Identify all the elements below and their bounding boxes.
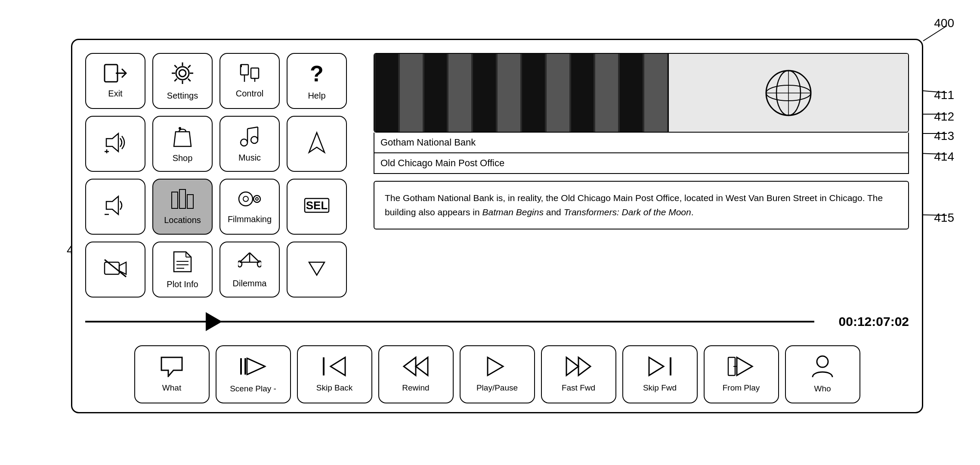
figure-label-414: 414 <box>934 150 954 164</box>
fast-fwd-icon <box>565 356 592 381</box>
svg-line-40 <box>240 253 250 262</box>
svg-rect-6 <box>251 68 259 78</box>
figure-label-412: 412 <box>934 110 954 124</box>
navigate-button[interactable] <box>287 116 347 172</box>
svg-point-15 <box>251 136 258 143</box>
settings-icon <box>171 62 194 88</box>
rewind-label: Rewind <box>402 383 429 393</box>
dilemma-label: Dilemma <box>233 278 267 288</box>
svg-marker-19 <box>309 133 325 152</box>
fast-fwd-label: Fast Fwd <box>562 383 595 393</box>
timeline-timestamp: 00:12:07:02 <box>823 314 909 329</box>
fiction-location-name: Gotham National Bank <box>374 133 909 153</box>
play-from-label: From Play <box>723 383 760 393</box>
skip-fwd-icon <box>647 356 672 381</box>
play-from-icon <box>727 356 755 381</box>
svg-marker-58 <box>331 357 345 375</box>
control-button[interactable]: Control <box>219 53 280 109</box>
svg-text:?: ? <box>310 62 324 85</box>
timeline-playhead <box>85 312 222 331</box>
who-button[interactable]: Who <box>785 345 860 403</box>
location-description: The Gotham National Bank is, in reality,… <box>374 181 909 229</box>
svg-marker-59 <box>404 357 416 375</box>
help-icon: ? <box>307 62 326 88</box>
svg-point-14 <box>241 139 247 146</box>
filmmaking-button[interactable]: Filmmaking <box>219 179 280 235</box>
globe-image <box>668 54 908 132</box>
svg-marker-67 <box>737 357 752 375</box>
svg-point-25 <box>239 192 253 206</box>
down-arrow-icon <box>307 259 326 281</box>
svg-marker-61 <box>488 357 503 375</box>
exit-icon <box>104 64 127 86</box>
svg-point-2 <box>179 70 186 77</box>
shop-button[interactable]: Shop <box>152 116 213 172</box>
shop-label: Shop <box>173 153 193 163</box>
what-button[interactable]: What <box>134 345 210 403</box>
control-label: Control <box>236 88 263 99</box>
svg-text:SEL: SEL <box>306 199 328 212</box>
svg-marker-10 <box>106 133 118 152</box>
fast-fwd-button[interactable]: Fast Fwd <box>541 345 616 403</box>
skip-fwd-button[interactable]: Skip Fwd <box>622 345 698 403</box>
dilemma-button[interactable]: Dilemma <box>219 242 280 298</box>
timeline-progress-line <box>85 321 206 322</box>
svg-point-69 <box>817 356 828 367</box>
sound-up-button[interactable] <box>85 116 145 172</box>
play-pause-button[interactable]: Play/Pause <box>460 345 535 403</box>
shop-icon <box>172 125 193 150</box>
down-arrow-button[interactable] <box>287 242 347 298</box>
navigate-icon <box>307 131 326 157</box>
help-button[interactable]: ? Help <box>287 53 347 109</box>
location-image <box>374 53 909 133</box>
sel-button[interactable]: SEL <box>287 179 347 235</box>
plot-info-button[interactable]: Plot Info <box>152 242 213 298</box>
sound-down-button[interactable] <box>85 179 145 235</box>
controls-bar: What Scene Play - Skip Ba <box>85 345 909 403</box>
who-label: Who <box>814 384 831 394</box>
plot-info-icon <box>172 250 193 276</box>
figure-label-413: 413 <box>934 129 954 143</box>
svg-rect-24 <box>187 195 193 208</box>
skip-back-button[interactable]: Skip Back <box>297 345 372 403</box>
locations-label: Locations <box>164 215 201 225</box>
who-icon <box>812 355 833 381</box>
svg-point-13 <box>179 127 181 130</box>
svg-marker-20 <box>106 196 118 214</box>
music-button[interactable]: Music <box>219 116 280 172</box>
no-video-button[interactable] <box>85 242 145 298</box>
no-video-icon <box>104 259 127 281</box>
exit-button[interactable]: Exit <box>85 53 145 109</box>
what-label: What <box>162 383 181 393</box>
timeline-area: 00:12:07:02 <box>85 311 909 332</box>
settings-button[interactable]: Settings <box>152 53 213 109</box>
figure-label-415: 415 <box>934 211 954 225</box>
filmmaking-icon <box>238 189 261 211</box>
svg-marker-56 <box>247 358 265 375</box>
svg-marker-63 <box>578 357 590 375</box>
svg-marker-65 <box>649 357 664 375</box>
figure-label-411: 411 <box>934 88 954 102</box>
main-ui-container: Exit Settings <box>71 39 923 413</box>
music-label: Music <box>238 152 261 163</box>
skip-fwd-label: Skip Fwd <box>643 383 677 393</box>
rewind-button[interactable]: Rewind <box>378 345 454 403</box>
timeline-track[interactable] <box>85 321 814 322</box>
description-text: The Gotham National Bank is, in reality,… <box>385 193 883 217</box>
svg-point-28 <box>256 198 258 200</box>
play-scene-button[interactable]: Scene Play - <box>216 345 291 403</box>
globe-icon <box>763 67 814 119</box>
play-from-button[interactable]: From Play <box>704 345 779 403</box>
svg-marker-60 <box>416 357 428 375</box>
skip-back-label: Skip Back <box>316 383 352 393</box>
filmmaking-label: Filmmaking <box>228 214 272 224</box>
control-icon <box>238 64 261 86</box>
real-location-name: Old Chicago Main Post Office <box>374 153 909 174</box>
play-scene-icon <box>239 355 267 381</box>
play-pause-icon <box>486 356 508 381</box>
locations-button[interactable]: Locations <box>152 179 213 235</box>
sound-down-icon <box>104 195 127 219</box>
rewind-icon <box>402 356 430 381</box>
what-icon <box>160 356 184 381</box>
svg-rect-1 <box>105 65 117 82</box>
